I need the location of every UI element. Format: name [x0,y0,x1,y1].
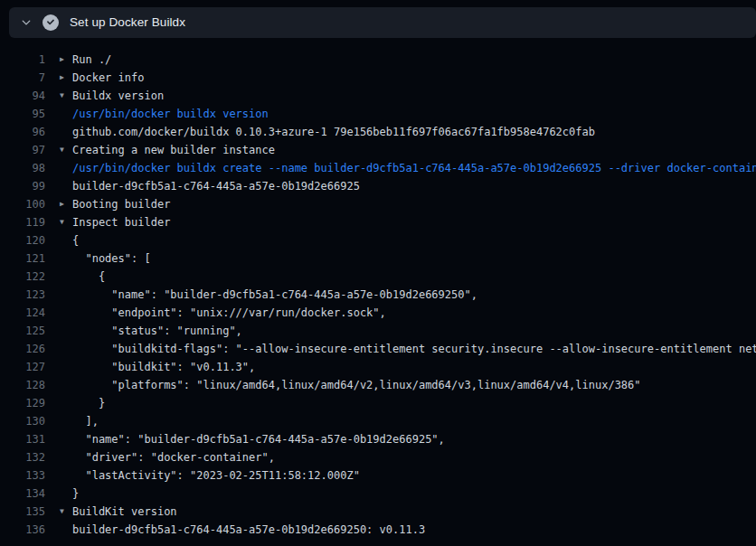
line-number[interactable]: 128 [0,376,45,394]
log-output-text: builder-d9cfb5a1-c764-445a-a57e-0b19d2e6… [72,177,360,195]
log-line[interactable]: 119▼Inspect builder [0,213,756,231]
line-number[interactable]: 123 [0,286,45,304]
log-lines: 1▶Run ./7▶Docker info94▼Buildx version95… [0,38,756,546]
line-number[interactable]: 7 [0,69,45,87]
log-line: 124 "endpoint": "unix:///var/run/docker.… [0,304,756,322]
log-line: 126 "buildkitd-flags": "--allow-insecure… [0,340,756,358]
log-output-text: "lastActivity": "2023-02-25T11:58:12.000… [72,466,360,485]
line-number[interactable]: 121 [0,249,45,268]
log-line[interactable]: 94▼Buildx version [0,87,756,105]
line-number[interactable]: 135 [0,503,45,521]
group-collapsed-icon[interactable]: ▶ [60,51,72,69]
line-number[interactable]: 98 [0,159,45,177]
log-output-text: { [72,268,105,286]
log-line: 125 "status": "running", [0,322,756,340]
group-collapsed-icon[interactable]: ▶ [60,195,72,213]
log-line[interactable]: 135▼BuildKit version [0,503,756,521]
line-number[interactable]: 132 [0,448,45,466]
log-line: 128 "platforms": "linux/amd64,linux/amd6… [0,376,756,394]
step-title: Set up Docker Buildx [70,7,185,38]
log-line: 136builder-d9cfb5a1-c764-445a-a57e-0b19d… [0,521,756,539]
line-number[interactable]: 120 [0,231,45,249]
log-line: 120{ [0,231,756,249]
log-line[interactable]: 97▼Creating a new builder instance [0,141,756,159]
log-line[interactable]: 1▶Run ./ [0,51,756,69]
log-command-text: /usr/bin/docker buildx version [72,105,269,123]
log-output-text: "name": "builder-d9cfb5a1-c764-445a-a57e… [72,286,477,304]
line-number[interactable]: 95 [0,105,45,123]
log-output-text: github.com/docker/buildx 0.10.3+azure-1 … [72,123,595,141]
log-line: 95/usr/bin/docker buildx version [0,105,756,123]
log-output-text: "nodes": [ [72,249,151,268]
log-output-text: ], [72,412,99,430]
line-number[interactable]: 133 [0,466,45,485]
log-line: 127 "buildkit": "v0.11.3", [0,358,756,376]
log-output-text: { [72,231,79,249]
line-number[interactable]: 122 [0,268,45,286]
log-line: 121 "nodes": [ [0,249,756,268]
log-line[interactable]: 100▶Booting builder [0,195,756,213]
group-title[interactable]: Run ./ [72,51,111,69]
log-line: 96github.com/docker/buildx 0.10.3+azure-… [0,123,756,141]
line-number[interactable]: 126 [0,340,45,358]
log-line[interactable]: 7▶Docker info [0,69,756,87]
line-number[interactable]: 100 [0,195,45,213]
group-expanded-icon[interactable]: ▼ [60,87,72,105]
line-number[interactable]: 94 [0,87,45,105]
line-number[interactable]: 134 [0,485,45,503]
log-output-text: builder-d9cfb5a1-c764-445a-a57e-0b19d2e6… [72,521,425,539]
group-title[interactable]: Inspect builder [72,213,170,231]
log-line: 133 "lastActivity": "2023-02-25T11:58:12… [0,466,756,485]
log-output-text: "platforms": "linux/amd64,linux/amd64/v2… [72,376,641,394]
group-title[interactable]: Booting builder [72,195,170,213]
log-line: 131 "name": "builder-d9cfb5a1-c764-445a-… [0,430,756,448]
line-number[interactable]: 96 [0,123,45,141]
chevron-down-icon[interactable] [17,14,35,32]
log-output-text: "driver": "docker-container", [72,448,275,466]
group-collapsed-icon[interactable]: ▶ [60,69,72,87]
step-header[interactable]: Set up Docker Buildx [9,7,756,38]
log-output-text: "status": "running", [72,322,242,340]
line-number[interactable]: 119 [0,213,45,231]
log-line: 123 "name": "builder-d9cfb5a1-c764-445a-… [0,286,756,304]
group-expanded-icon[interactable]: ▼ [60,503,72,521]
log-output-text: "buildkit": "v0.11.3", [72,358,255,376]
log-line: 129 } [0,394,756,412]
log-line: 99builder-d9cfb5a1-c764-445a-a57e-0b19d2… [0,177,756,195]
log-output-text: "endpoint": "unix:///var/run/docker.sock… [72,304,386,322]
log-line: 130 ], [0,412,756,430]
line-number[interactable]: 127 [0,358,45,376]
group-title[interactable]: Docker info [72,69,144,87]
line-number[interactable]: 136 [0,521,45,539]
line-number[interactable]: 97 [0,141,45,159]
log-command-text: /usr/bin/docker buildx create --name bui… [72,159,756,177]
log-line: 98/usr/bin/docker buildx create --name b… [0,159,756,177]
line-number[interactable]: 130 [0,412,45,430]
check-circle-icon [43,14,59,31]
line-number[interactable]: 1 [0,51,45,69]
group-title[interactable]: Buildx version [72,87,164,105]
group-expanded-icon[interactable]: ▼ [60,213,72,231]
log-output-text: "buildkitd-flags": "--allow-insecure-ent… [72,340,756,358]
log-line: 132 "driver": "docker-container", [0,448,756,466]
group-expanded-icon[interactable]: ▼ [60,141,72,159]
line-number[interactable]: 125 [0,322,45,340]
log-output-text: } [72,485,79,503]
log-line: 122 { [0,268,756,286]
group-title[interactable]: Creating a new builder instance [72,141,275,159]
line-number[interactable]: 131 [0,430,45,448]
group-title[interactable]: BuildKit version [72,503,177,521]
line-number[interactable]: 99 [0,177,45,195]
log-output-text: "name": "builder-d9cfb5a1-c764-445a-a57e… [72,430,445,448]
log-line: 134} [0,485,756,503]
line-number[interactable]: 129 [0,394,45,412]
line-number[interactable]: 124 [0,304,45,322]
log-output-text: } [72,394,105,412]
